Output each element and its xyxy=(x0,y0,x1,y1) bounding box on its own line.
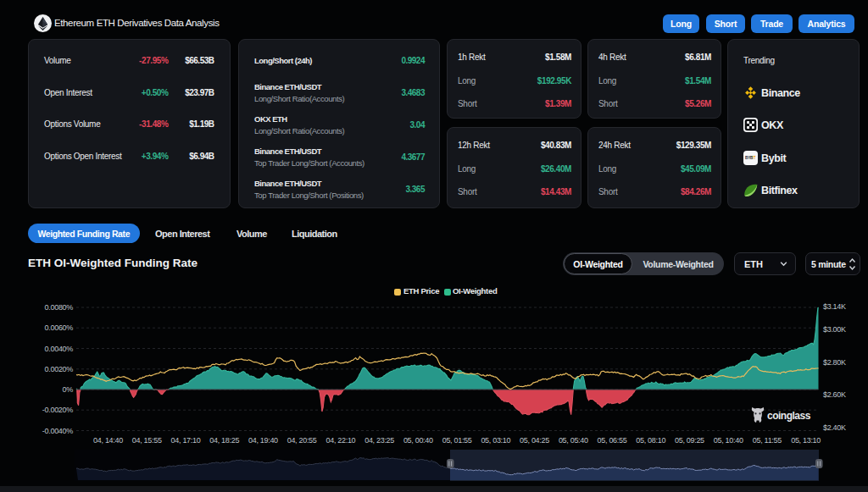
svg-text:04, 18:25: 04, 18:25 xyxy=(209,436,239,445)
svg-text:$2.40K: $2.40K xyxy=(823,423,846,432)
svg-text:05, 08:10: 05, 08:10 xyxy=(636,436,665,445)
svg-text:05, 00:40: 05, 00:40 xyxy=(403,436,433,445)
svg-text:04, 22:10: 04, 22:10 xyxy=(326,436,355,445)
svg-text:05, 10:40: 05, 10:40 xyxy=(714,436,743,445)
svg-text:05, 06:55: 05, 06:55 xyxy=(598,436,627,445)
svg-text:04, 17:10: 04, 17:10 xyxy=(171,436,201,445)
svg-text:05, 04:25: 05, 04:25 xyxy=(520,436,549,445)
svg-text:05, 03:10: 05, 03:10 xyxy=(481,436,510,445)
svg-text:05, 05:40: 05, 05:40 xyxy=(559,436,588,445)
svg-text:0.0020%: 0.0020% xyxy=(45,365,74,373)
svg-text:0.0080%: 0.0080% xyxy=(45,303,74,312)
svg-text:04, 15:55: 04, 15:55 xyxy=(132,436,162,445)
svg-text:04, 20:55: 04, 20:55 xyxy=(287,436,317,445)
svg-text:04, 19:40: 04, 19:40 xyxy=(248,436,278,445)
svg-text:04, 23:25: 04, 23:25 xyxy=(364,436,394,445)
svg-text:05, 11:55: 05, 11:55 xyxy=(753,436,782,445)
svg-text:$3.14K: $3.14K xyxy=(823,302,846,311)
svg-text:0.0040%: 0.0040% xyxy=(45,345,74,353)
svg-text:-0.0020%: -0.0020% xyxy=(42,406,73,414)
svg-text:05, 13:10: 05, 13:10 xyxy=(791,436,821,445)
svg-text:$2.80K: $2.80K xyxy=(823,358,846,367)
svg-text:$3.00K: $3.00K xyxy=(823,325,846,334)
svg-text:05, 01:55: 05, 01:55 xyxy=(442,436,472,445)
svg-text:0.0060%: 0.0060% xyxy=(45,323,74,332)
svg-text:0%: 0% xyxy=(63,385,74,394)
svg-text:04, 14:40: 04, 14:40 xyxy=(93,436,123,445)
svg-text:$2.60K: $2.60K xyxy=(823,390,846,399)
svg-text:-0.0040%: -0.0040% xyxy=(42,427,73,435)
svg-text:05, 09:25: 05, 09:25 xyxy=(675,436,704,445)
